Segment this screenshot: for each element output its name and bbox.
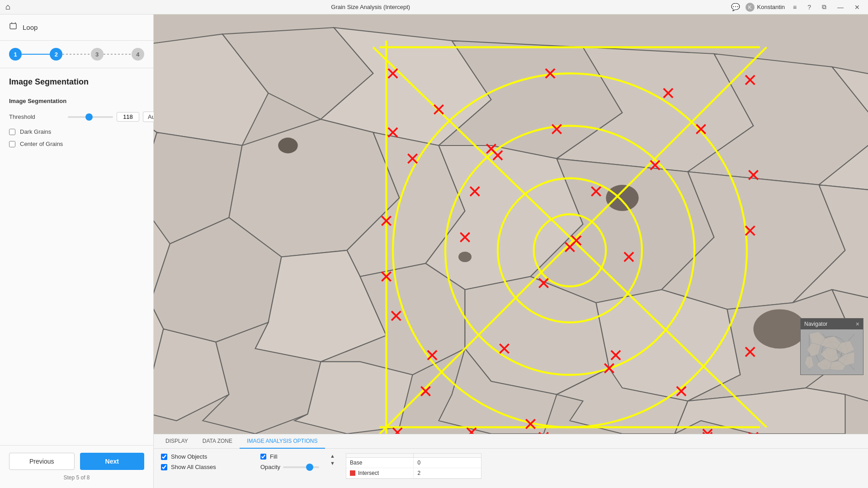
navigator-thumbnail [801,329,863,375]
center-of-grains-row: Center of Grains [0,138,153,150]
base-value-cell: 0 [414,458,481,468]
bottom-toolbar: DISPLAY DATA ZONE IMAGE ANALYSIS OPTIONS… [154,434,868,488]
threshold-slider[interactable] [68,116,113,118]
sort-down-button[interactable]: ▼ [330,460,335,466]
opacity-label: Opacity [260,464,280,470]
table-row-base[interactable]: Base 0 [346,458,481,468]
main-layout: Loop 1 2 3 4 Image Segmentation Image Se… [0,14,868,488]
threshold-input[interactable] [117,112,139,122]
intersect-value-cell: 2 [414,468,481,478]
user-avatar: K [745,3,755,12]
titlebar-left: ⌂ [5,2,10,12]
step-line-1 [22,54,50,55]
fill-label: Fill [270,453,278,460]
dark-grains-label: Dark Grains [20,128,51,135]
tab-data-zone[interactable]: DATA ZONE [195,434,240,449]
user-name: Konstantin [757,4,785,10]
svg-point-32 [606,185,639,211]
svg-point-35 [458,252,472,262]
show-objects-label: Show Objects [171,453,207,460]
step-3-label: 3 [95,51,99,58]
step-progress: 1 2 3 4 [0,41,153,68]
show-all-classes-row: Show All Classes [161,464,251,470]
svg-point-34 [278,138,298,154]
step-4[interactable]: 4 [132,48,144,61]
minimize-icon[interactable]: — [835,4,846,11]
loop-label: Loop [23,23,38,31]
grain-canvas [154,14,868,434]
nav-buttons: Previous Next [9,453,144,470]
close-icon[interactable]: ✕ [852,4,863,11]
show-objects-row: Show Objects [161,453,251,460]
titlebar: ⌂ Grain Size Analysis (Intercept) 💬 K Ko… [0,0,868,14]
menu-icon[interactable]: ≡ [790,4,799,11]
toolbar-content: Show Objects Show All Classes Fill Opaci… [154,449,868,488]
step-3[interactable]: 3 [91,48,104,61]
next-button[interactable]: Next [80,453,145,470]
user-info: K Konstantin [745,3,785,12]
threshold-slider-container: Auto [68,112,165,122]
loop-header: Loop [0,14,153,41]
step-1-label: 1 [14,51,17,58]
center-of-grains-checkbox[interactable] [9,141,15,147]
tab-image-analysis-options[interactable]: IMAGE ANALYSIS OPTIONS [240,434,325,449]
step-2-label: 2 [55,51,58,58]
section-subtitle: Image Segmentation [0,90,153,108]
tab-display[interactable]: DISPLAY [158,434,195,449]
intersect-color-swatch [350,470,355,476]
data-table-header [346,454,481,458]
sort-up-button[interactable]: ▲ [330,453,335,459]
step-4-label: 4 [136,51,139,58]
navigator-header: Navigator × [801,319,863,329]
show-all-classes-label: Show All Classes [171,464,216,470]
loop-icon [9,22,18,33]
help-icon[interactable]: ? [805,4,814,11]
step-line-2 [62,54,90,55]
image-viewer[interactable]: Navigator × [154,14,868,434]
fill-opacity-section: Fill Opacity [260,453,319,470]
dark-grains-checkbox[interactable] [9,129,15,135]
fill-section: Fill [260,453,319,460]
fill-checkbox[interactable] [260,454,266,460]
titlebar-right: 💬 K Konstantin ≡ ? ⧉ — ✕ [731,3,863,12]
bottom-area: Previous Next Step 5 of 8 [0,445,153,488]
section-title: Image Segmentation [0,68,153,90]
show-all-classes-checkbox[interactable] [161,464,167,470]
navigator-close-button[interactable]: × [856,320,859,328]
content-area: Navigator × [154,14,868,488]
show-objects-checkbox[interactable] [161,454,167,460]
sort-buttons: ▲ ▼ [328,453,337,466]
step-1[interactable]: 1 [9,48,22,61]
threshold-row: Threshold Auto [0,108,153,126]
opacity-section: Opacity [260,464,319,470]
navigator: Navigator × [800,318,863,375]
app-title: Grain Size Analysis (Intercept) [331,4,410,10]
step-line-3 [104,54,132,55]
step-info: Step 5 of 8 [9,474,144,481]
display-options: Show Objects Show All Classes [161,453,251,470]
svg-rect-0 [10,23,16,29]
opacity-slider[interactable] [283,466,319,468]
base-name-cell: Base [346,458,414,468]
svg-point-33 [754,310,806,349]
col-name-header [346,454,414,457]
center-of-grains-label: Center of Grains [20,141,63,147]
navigator-title: Navigator [804,321,827,327]
chat-icon[interactable]: 💬 [731,3,740,11]
left-panel: Loop 1 2 3 4 Image Segmentation Image Se… [0,14,154,488]
previous-button[interactable]: Previous [9,453,75,470]
restore-icon[interactable]: ⧉ [819,3,829,11]
intersect-name-cell: Intersect [346,468,414,478]
home-icon[interactable]: ⌂ [5,2,10,12]
dark-grains-row: Dark Grains [0,126,153,138]
threshold-label: Threshold [9,113,63,120]
col-value-header [414,454,481,457]
step-2[interactable]: 2 [50,48,62,61]
data-table: Base 0 Intersect 2 [346,453,481,479]
toolbar-tabs: DISPLAY DATA ZONE IMAGE ANALYSIS OPTIONS [154,434,868,449]
table-row-intersect[interactable]: Intersect 2 [346,468,481,479]
